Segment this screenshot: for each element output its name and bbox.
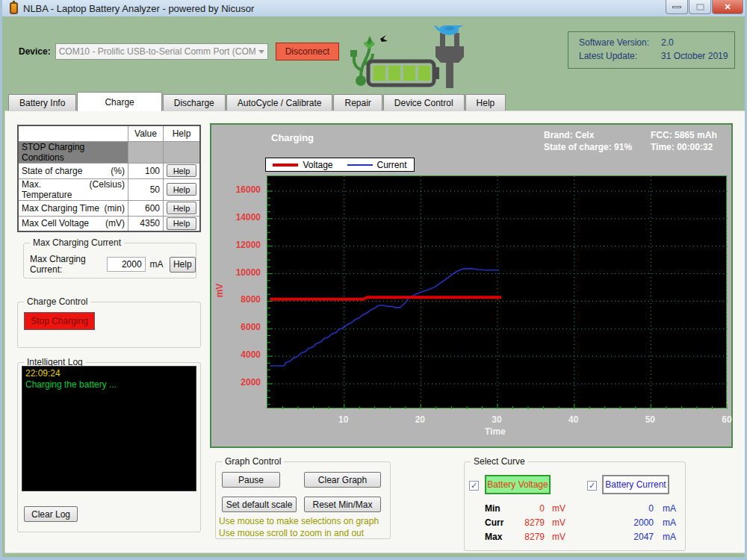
help-button[interactable]: Help — [170, 257, 196, 273]
log-output[interactable]: 22:09:24 Charging the battery ... — [22, 366, 196, 491]
small-bird-icon — [380, 35, 388, 42]
max-charging-current-input[interactable] — [107, 257, 146, 272]
help-button[interactable]: Help — [167, 164, 196, 177]
current-unit: mA — [663, 503, 676, 514]
condition-label: Max Cell Voltage — [22, 218, 89, 228]
tab-discharge[interactable]: Discharge — [163, 94, 226, 111]
condition-unit: (min) — [105, 203, 125, 214]
capacity-info-block: FCC: 5865 mAh Time: 00:00:32 — [651, 129, 717, 153]
software-version-value: 2.0 — [661, 37, 674, 48]
battery-current-button[interactable]: Battery Current — [602, 475, 669, 494]
x-tick-label: 30 — [485, 414, 509, 425]
battery-info-block: Brand: Celx State of charge: 91% — [544, 129, 632, 153]
max-charging-current-label: Max Charging Current: — [30, 254, 102, 275]
log-entry-time: 22:09:24 — [25, 368, 193, 379]
current-max-value: 2047 — [619, 532, 654, 542]
group-label: Charge Control — [24, 296, 90, 307]
min-label: Min — [485, 503, 500, 514]
minimize-button[interactable] — [666, 0, 688, 14]
disconnect-button[interactable]: Disconnect — [276, 43, 339, 60]
current-line-swatch — [347, 164, 373, 166]
device-combobox-value: COM10 - Prolific USB-to-Serial Comm Port… — [59, 46, 255, 57]
tab-repair[interactable]: Repair — [333, 94, 382, 111]
time-value: 00:00:32 — [677, 142, 713, 152]
max-label: Max — [485, 532, 502, 542]
table-row: Max. Temperature(Celsius) 50 Help — [18, 178, 200, 200]
table-row: State of charge(%) 100 Help — [18, 163, 200, 178]
tab-device-control[interactable]: Device Control — [383, 94, 465, 111]
bird-icon — [433, 25, 465, 35]
help-button[interactable]: Help — [167, 217, 196, 230]
app-logo — [347, 25, 474, 91]
group-label: Max Charging Current — [30, 237, 124, 248]
chart-svg — [267, 176, 728, 409]
stop-charging-button[interactable]: Stop Charging — [24, 312, 95, 330]
x-tick-label: 40 — [562, 414, 586, 425]
condition-value[interactable]: 100 — [128, 163, 163, 178]
chart-panel: Charging Brand: Celx State of charge: 91… — [210, 123, 733, 448]
y-tick-label: 4000 — [222, 349, 261, 360]
intelligent-log-group: Intelligent Log 22:09:24 Charging the ba… — [17, 362, 201, 532]
tab-battery-info[interactable]: Battery Info — [8, 94, 76, 111]
minimize-icon — [672, 6, 681, 8]
y-tick-label: 2000 — [222, 377, 261, 388]
window-title: NLBA - Laptop Battery Analyzer - powered… — [23, 3, 254, 14]
current-checkbox[interactable]: ✓ — [587, 481, 597, 491]
y-tick-label: 16000 — [222, 184, 261, 195]
x-tick-label: 50 — [638, 414, 662, 425]
latest-update-value: 31 October 2019 — [661, 51, 728, 61]
current-min-value: 0 — [619, 503, 654, 514]
condition-label: Max Charging Time — [22, 203, 99, 214]
mouse-scroll-hint: Use mouse scroll to zoom in and out — [219, 528, 364, 538]
select-curve-group: Select Curve ✓ Battery Voltage ✓ Battery… — [464, 461, 686, 551]
table-row: Max Cell Voltage(mV) 4350 Help — [18, 216, 200, 231]
voltage-line-swatch — [273, 164, 298, 167]
maximize-icon — [696, 4, 704, 10]
current-unit: mA — [663, 517, 676, 528]
legend-item-voltage: Voltage — [273, 160, 332, 170]
legend-current-label: Current — [377, 160, 407, 170]
battery-voltage-button[interactable]: Battery Voltage — [485, 475, 551, 494]
close-button[interactable]: ✕ — [712, 0, 743, 14]
version-box: Software Version: 2.0 Latest Update: 31 … — [568, 31, 735, 69]
condition-value[interactable]: 600 — [128, 200, 163, 216]
clear-log-button[interactable]: Clear Log — [24, 506, 78, 522]
legend-voltage-label: Voltage — [303, 160, 332, 170]
software-version-label: Software Version: — [579, 37, 661, 48]
maximize-button[interactable] — [689, 0, 711, 14]
table-header-value: Value — [128, 125, 163, 141]
chart-plot-area[interactable] — [267, 175, 727, 408]
max-charging-current-group: Max Charging Current Max Charging Curren… — [23, 243, 196, 279]
tab-help[interactable]: Help — [465, 94, 506, 111]
soc-label: State of charge: — [544, 142, 612, 152]
device-label: Device: — [19, 46, 51, 57]
voltage-curr-value: 8279 — [510, 517, 545, 528]
clear-graph-button[interactable]: Clear Graph — [304, 472, 381, 488]
y-tick-label: 12000 — [222, 240, 261, 250]
condition-value[interactable]: 4350 — [128, 216, 163, 231]
x-tick-label: 20 — [408, 414, 432, 425]
y-tick-label: 10000 — [222, 267, 261, 278]
stop-conditions-table: Value Help STOP Charging Conditions Stat… — [17, 125, 201, 232]
help-button[interactable]: Help — [167, 202, 196, 214]
ma-unit-label: mA — [150, 259, 164, 270]
condition-value[interactable]: 50 — [128, 178, 163, 200]
device-combobox[interactable]: COM10 - Prolific USB-to-Serial Comm Port… — [55, 43, 268, 60]
y-tick-label: 8000 — [222, 294, 261, 305]
fcc-value: 5865 mAh — [675, 130, 717, 140]
current-unit: mA — [663, 532, 676, 542]
help-button[interactable]: Help — [167, 183, 196, 196]
voltage-checkbox[interactable]: ✓ — [469, 481, 479, 491]
pause-button[interactable]: Pause — [222, 472, 280, 488]
reset-min-max-button[interactable]: Reset Min/Max — [304, 497, 381, 512]
tab-autocycle-calibrate[interactable]: AutoCycle / Calibrate — [226, 94, 333, 111]
graph-control-group: Graph Control Pause Clear Graph Set defa… — [215, 461, 391, 539]
tab-charge[interactable]: Charge — [77, 92, 161, 111]
voltage-unit: mV — [552, 532, 565, 542]
tab-strip: Battery Info Charge Discharge AutoCycle … — [8, 92, 506, 111]
max-row: Max 8279 mV 2047 mA — [485, 532, 679, 544]
set-default-scale-button[interactable]: Set default scale — [222, 497, 297, 512]
voltage-unit: mV — [552, 517, 565, 528]
table-row-section: STOP Charging Conditions — [18, 141, 200, 163]
title-bar: NLBA - Laptop Battery Analyzer - powered… — [2, 0, 747, 16]
